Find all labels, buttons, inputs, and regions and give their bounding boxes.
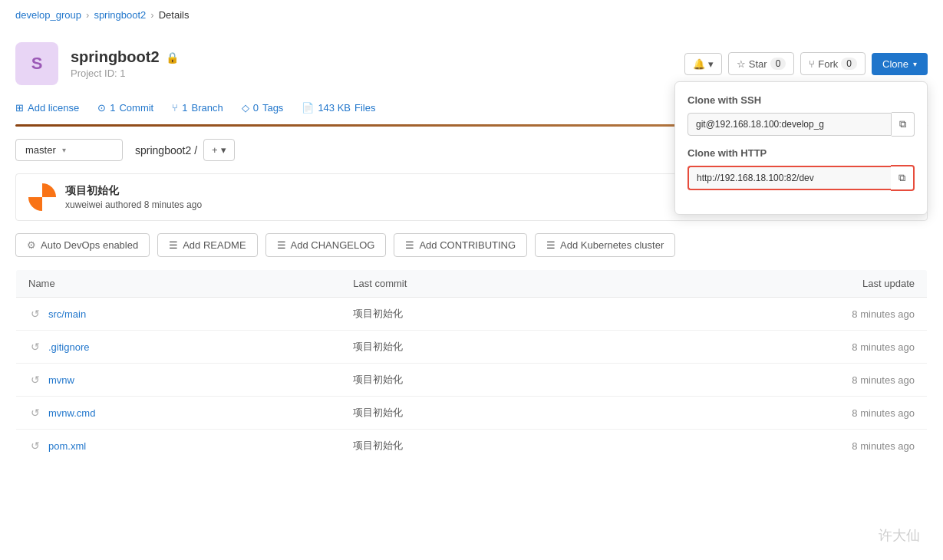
files-icon: 📄 xyxy=(302,102,314,114)
commit-verb: authored xyxy=(105,199,141,210)
ssh-input-row: git@192.168.18.100:develop_g ⧉ xyxy=(687,112,915,137)
files-label: Files xyxy=(354,102,375,114)
commits-link[interactable]: ⊙ 1 Commit xyxy=(97,102,153,114)
notify-button[interactable]: 🔔 ▾ xyxy=(684,53,722,75)
file-name-text[interactable]: src/main xyxy=(48,308,86,320)
add-contributing-button[interactable]: ☰ Add CONTRIBUTING xyxy=(394,233,527,257)
project-left: S springboot2 🔒 Project ID: 1 xyxy=(15,42,179,85)
table-row: ↺ pom.xml 项目初始化 8 minutes ago xyxy=(16,430,928,463)
tags-label: Tags xyxy=(262,102,283,114)
files-link[interactable]: 📄 143 KB Files xyxy=(302,102,375,114)
branches-label: Branch xyxy=(191,102,223,114)
gear-icon: ⚙ xyxy=(27,239,36,251)
license-icon: ⊞ xyxy=(15,102,24,114)
col-name: Name xyxy=(16,270,341,298)
fork-button[interactable]: ⑂ Fork 0 xyxy=(800,52,866,75)
file-name[interactable]: ↺ mvnw.cmd xyxy=(28,406,328,420)
project-info: springboot2 🔒 Project ID: 1 xyxy=(71,48,179,79)
commits-label: Commit xyxy=(119,102,153,114)
add-changelog-button[interactable]: ☰ Add CHANGELOG xyxy=(265,233,387,257)
contributing-icon: ☰ xyxy=(405,239,414,251)
commit-time: 8 minutes ago xyxy=(144,199,202,210)
clone-button[interactable]: Clone ▾ xyxy=(872,53,928,75)
file-commit-msg: 项目初始化 xyxy=(341,331,618,364)
file-update-time: 8 minutes ago xyxy=(618,331,928,364)
file-table-header: Name Last commit Last update xyxy=(16,270,928,298)
tags-count: 0 xyxy=(253,102,259,114)
changelog-icon: ☰ xyxy=(277,239,286,251)
kubernetes-label: Add Kubernetes cluster xyxy=(560,239,664,251)
file-update-time: 8 minutes ago xyxy=(618,397,928,430)
table-row: ↺ src/main 项目初始化 8 minutes ago xyxy=(16,298,928,331)
file-name-text[interactable]: mvnw.cmd xyxy=(48,407,95,419)
devops-label: Auto DevOps enabled xyxy=(41,239,138,251)
breadcrumb-sep1: › xyxy=(86,9,89,21)
file-name-text[interactable]: mvnw xyxy=(48,374,74,386)
table-row: ↺ mvnw.cmd 项目初始化 8 minutes ago xyxy=(16,397,928,430)
commit-author: xuweiwei xyxy=(65,199,103,210)
file-name-text[interactable]: pom.xml xyxy=(48,440,86,452)
file-name-text[interactable]: .gitignore xyxy=(48,341,89,353)
file-table-body: ↺ src/main 项目初始化 8 minutes ago ↺ .gitign… xyxy=(16,298,928,463)
file-commit-msg: 项目初始化 xyxy=(341,397,618,430)
add-chevron-icon: ▾ xyxy=(221,144,226,156)
repo-path-name: springboot2 xyxy=(135,144,191,156)
project-header: S springboot2 🔒 Project ID: 1 🔔 ▾ ☆ Star xyxy=(15,30,928,94)
project-title: springboot2 🔒 xyxy=(71,48,179,66)
add-license-label: Add license xyxy=(28,102,79,114)
file-icon: ↺ xyxy=(28,373,42,387)
avatar: S xyxy=(15,42,58,85)
file-update-time: 8 minutes ago xyxy=(618,430,928,463)
add-readme-button[interactable]: ☰ Add README xyxy=(157,233,257,257)
branch-select[interactable]: master ▾ xyxy=(15,139,123,161)
add-kubernetes-button[interactable]: ☰ Add Kubernetes cluster xyxy=(535,233,675,257)
star-button[interactable]: ☆ Star 0 xyxy=(728,52,795,75)
col-commit: Last commit xyxy=(341,270,618,298)
commits-icon: ⊙ xyxy=(97,102,106,114)
file-name[interactable]: ↺ .gitignore xyxy=(28,340,328,354)
file-icon: ↺ xyxy=(28,340,42,354)
file-name[interactable]: ↺ mvnw xyxy=(28,373,328,387)
ssh-copy-button[interactable]: ⧉ xyxy=(892,112,915,137)
star-icon: ☆ xyxy=(737,58,746,70)
http-input-row: http://192.168.18.100:82/dev ⧉ xyxy=(687,165,915,191)
breadcrumb-current: Details xyxy=(159,9,190,21)
copy-http-icon: ⧉ xyxy=(898,172,905,184)
breadcrumb-repo[interactable]: springboot2 xyxy=(94,9,146,21)
readme-label: Add README xyxy=(183,239,246,251)
add-license-link[interactable]: ⊞ Add license xyxy=(15,102,79,114)
add-file-button[interactable]: + ▾ xyxy=(203,139,235,161)
file-name[interactable]: ↺ pom.xml xyxy=(28,439,328,453)
breadcrumb-group[interactable]: develop_group xyxy=(15,9,81,21)
files-size: 143 KB xyxy=(318,102,351,114)
fork-label: Fork xyxy=(818,58,838,70)
file-name[interactable]: ↺ src/main xyxy=(28,307,328,321)
http-input[interactable]: http://192.168.18.100:82/dev xyxy=(687,166,891,190)
path-separator: / xyxy=(194,144,197,156)
ssh-title: Clone with SSH xyxy=(687,94,915,106)
tags-link[interactable]: ◇ 0 Tags xyxy=(242,102,284,114)
action-buttons: 🔔 ▾ ☆ Star 0 ⑂ Fork 0 Clone ▾ xyxy=(684,52,928,75)
project-id: Project ID: 1 xyxy=(71,68,179,79)
branch-chevron-icon: ▾ xyxy=(62,146,66,154)
table-row: ↺ .gitignore 项目初始化 8 minutes ago xyxy=(16,331,928,364)
project-name: springboot2 xyxy=(71,48,160,66)
devops-button[interactable]: ⚙ Auto DevOps enabled xyxy=(15,233,150,257)
file-commit-msg: 项目初始化 xyxy=(341,364,618,397)
http-copy-button[interactable]: ⧉ xyxy=(891,165,915,191)
page-wrapper: develop_group › springboot2 › Details S … xyxy=(0,0,943,560)
file-icon: ↺ xyxy=(28,406,42,420)
contributing-label: Add CONTRIBUTING xyxy=(419,239,516,251)
notify-chevron: ▾ xyxy=(708,58,714,70)
commits-count: 1 xyxy=(110,102,115,114)
main-content: S springboot2 🔒 Project ID: 1 🔔 ▾ ☆ Star xyxy=(0,30,943,463)
file-icon: ↺ xyxy=(28,307,42,321)
file-commit-msg: 项目初始化 xyxy=(341,430,618,463)
kubernetes-icon: ☰ xyxy=(546,239,556,251)
branches-link[interactable]: ⑂ 1 Branch xyxy=(172,102,223,114)
star-count: 0 xyxy=(770,58,786,70)
copy-icon: ⧉ xyxy=(899,118,906,130)
star-label: Star xyxy=(749,58,767,70)
table-row: ↺ mvnw 项目初始化 8 minutes ago xyxy=(16,364,928,397)
ssh-input[interactable]: git@192.168.18.100:develop_g xyxy=(687,113,892,136)
